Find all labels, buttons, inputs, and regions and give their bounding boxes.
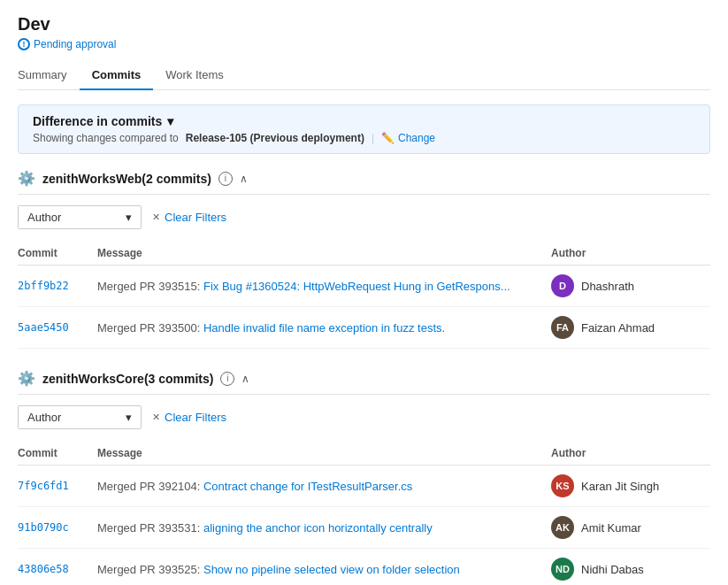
col-header-author-2: Author <box>551 442 710 466</box>
commit-hash-link[interactable]: 7f9c6fd1 <box>18 480 69 492</box>
table-row: 5aae5450Merged PR 393500: Handle invalid… <box>18 307 710 349</box>
author-cell: AKAmit Kumar <box>551 507 710 549</box>
table-row: 91b0790cMerged PR 393531: aligning the a… <box>18 507 710 549</box>
commit-message-cell: Merged PR 392104: Contract change for IT… <box>97 466 551 507</box>
separator: | <box>372 132 374 144</box>
avatar: KS <box>551 474 574 497</box>
commits-table-1: Commit Message Author 2bff9b22Merged PR … <box>18 242 710 349</box>
section-title-1: zenithWorksWeb(2 commits) <box>42 172 211 186</box>
dropdown-arrow-2: ▾ <box>126 411 132 424</box>
section-zenithWorksCore: ⚙️ zenithWorksCore(3 commits) i ∧ Author… <box>18 370 710 585</box>
page-title: Dev <box>18 14 710 35</box>
message-prefix: Merged PR 392104: <box>97 480 203 493</box>
repo-icon-1: ⚙️ <box>18 170 35 187</box>
tab-commits[interactable]: Commits <box>80 61 154 90</box>
commit-hash-link[interactable]: 43806e58 <box>18 563 69 575</box>
message-link[interactable]: Contract change for ITestResultParser.cs <box>203 480 412 493</box>
avatar: AK <box>551 516 574 539</box>
table-row: 2bff9b22Merged PR 393515: Fix Bug #13605… <box>18 266 710 307</box>
tabs-bar: Summary Commits Work Items <box>18 61 710 90</box>
col-header-commit-2: Commit <box>18 442 97 466</box>
commit-message-cell: Merged PR 393515: Fix Bug #1360524: Http… <box>97 266 551 307</box>
message-link[interactable]: Show no pipeline selected view on folder… <box>203 563 460 576</box>
author-name: Dhashrath <box>581 280 634 293</box>
author-dropdown-2[interactable]: Author ▾ <box>18 405 142 429</box>
col-header-author-1: Author <box>551 242 710 266</box>
col-header-message-1: Message <box>97 242 551 266</box>
repo-icon-2: ⚙️ <box>18 370 35 387</box>
commit-hash-link[interactable]: 5aae5450 <box>18 321 69 334</box>
collapse-icon-1[interactable]: ∧ <box>240 173 248 185</box>
diff-banner-subtitle: Showing changes compared to Release-105 … <box>33 132 695 144</box>
commit-message-cell: Merged PR 393500: Handle invalid file na… <box>97 307 551 349</box>
commit-hash-link[interactable]: 91b0790c <box>18 521 69 534</box>
clear-filters-1[interactable]: ✕ Clear Filters <box>152 211 226 224</box>
commits-table-2: Commit Message Author 7f9c6fd1Merged PR … <box>18 442 710 585</box>
message-prefix: Merged PR 393531: <box>97 521 203 535</box>
col-header-commit-1: Commit <box>18 242 97 266</box>
message-link[interactable]: Handle invalid file name exception in fu… <box>203 321 445 335</box>
commit-message-cell: Merged PR 393531: aligning the anchor ic… <box>97 507 551 549</box>
tab-work-items[interactable]: Work Items <box>153 61 236 90</box>
pending-approval[interactable]: ! Pending approval <box>18 38 710 50</box>
author-cell: KSKaran Jit Singh <box>551 466 710 507</box>
message-prefix: Merged PR 393500: <box>97 321 203 335</box>
author-name: Nidhi Dabas <box>581 563 644 576</box>
author-dropdown-1[interactable]: Author ▾ <box>18 205 142 229</box>
dropdown-arrow-1: ▾ <box>126 211 132 224</box>
x-icon-1: ✕ <box>152 212 160 223</box>
author-name: Karan Jit Singh <box>581 480 659 493</box>
section-title-2: zenithWorksCore(3 commits) <box>42 372 213 386</box>
commit-hash-link[interactable]: 2bff9b22 <box>18 280 69 292</box>
avatar: ND <box>551 558 574 581</box>
change-link[interactable]: ✏️ Change <box>381 132 435 144</box>
table-row: 7f9c6fd1Merged PR 392104: Contract chang… <box>18 466 710 507</box>
avatar: D <box>551 274 574 297</box>
author-cell: FAFaizan Ahmad <box>551 307 710 349</box>
message-link[interactable]: aligning the anchor icon horizontally ce… <box>203 521 433 535</box>
collapse-icon-2[interactable]: ∧ <box>241 373 249 385</box>
section-header-1: ⚙️ zenithWorksWeb(2 commits) i ∧ <box>18 170 710 195</box>
author-cell: NDNidhi Dabas <box>551 549 710 586</box>
x-icon-2: ✕ <box>152 412 160 423</box>
chevron-down-icon: ▾ <box>167 114 173 128</box>
info-icon-2[interactable]: i <box>220 372 234 386</box>
message-link[interactable]: Fix Bug #1360524: HttpWebRequest Hung in… <box>203 280 510 293</box>
diff-banner-title[interactable]: Difference in commits ▾ <box>33 114 695 128</box>
release-name: Release-105 (Previous deployment) <box>186 132 364 144</box>
commit-message-cell: Merged PR 393525: Show no pipeline selec… <box>97 549 551 586</box>
diff-banner: Difference in commits ▾ Showing changes … <box>18 104 710 154</box>
pending-icon: ! <box>18 38 30 50</box>
tab-summary[interactable]: Summary <box>18 61 80 90</box>
table-row: 43806e58Merged PR 393525: Show no pipeli… <box>18 549 710 586</box>
filter-bar-1: Author ▾ ✕ Clear Filters <box>18 205 710 229</box>
section-zenithWorksWeb: ⚙️ zenithWorksWeb(2 commits) i ∧ Author … <box>18 170 710 349</box>
message-prefix: Merged PR 393525: <box>97 563 203 576</box>
diff-banner-title-text: Difference in commits <box>33 114 162 128</box>
author-name: Faizan Ahmad <box>581 321 655 335</box>
info-icon-1[interactable]: i <box>218 172 233 186</box>
filter-bar-2: Author ▾ ✕ Clear Filters <box>18 405 710 429</box>
pending-label: Pending approval <box>34 38 116 50</box>
avatar: FA <box>551 316 574 339</box>
col-header-message-2: Message <box>97 442 551 466</box>
author-name: Amit Kumar <box>581 521 641 535</box>
subtitle-prefix: Showing changes compared to <box>33 132 179 144</box>
section-header-2: ⚙️ zenithWorksCore(3 commits) i ∧ <box>18 370 710 395</box>
clear-filters-2[interactable]: ✕ Clear Filters <box>152 411 226 424</box>
pencil-icon: ✏️ <box>381 132 395 144</box>
author-cell: DDhashrath <box>551 266 710 307</box>
message-prefix: Merged PR 393515: <box>97 280 203 293</box>
